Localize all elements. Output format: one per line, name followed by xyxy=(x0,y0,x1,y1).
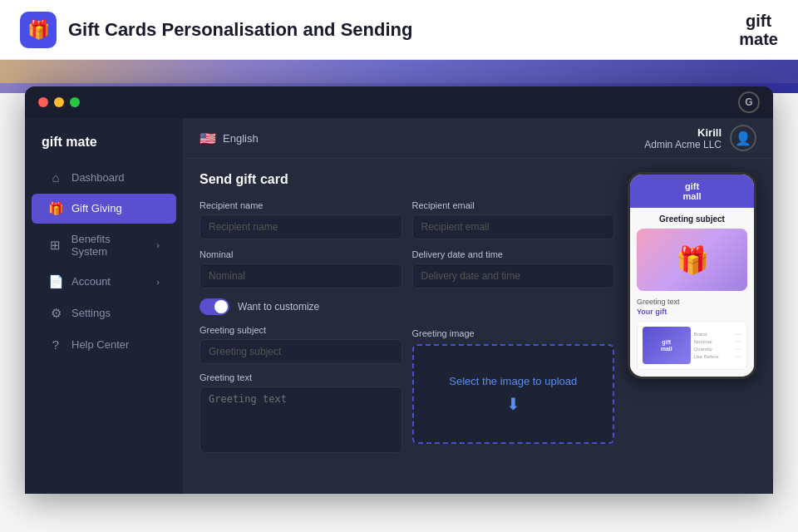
recipient-email-group: Recipient email xyxy=(412,200,615,239)
phone-card-area: gift mall Brand xyxy=(637,321,747,370)
recipient-name-label: Recipient name xyxy=(200,200,402,210)
gift-icon: 🎁 xyxy=(20,12,57,48)
delivery-date-input[interactable] xyxy=(412,264,615,288)
mobile-preview: gift mall Greeting subject 🎁 Greeting te… xyxy=(628,172,756,485)
recipient-name-group: Recipient name xyxy=(200,200,402,239)
greeting-left: Greeting subject Greeting text xyxy=(200,325,402,453)
greeting-image-label: Greeting image xyxy=(412,328,475,338)
greeting-text-input[interactable] xyxy=(200,387,402,453)
header-left: 🎁 Gift Cards Personalisation and Sending xyxy=(20,12,412,48)
greeting-subject-group: Greeting subject xyxy=(200,325,402,364)
user-info: Kirill Admin Acme LLC 👤 xyxy=(644,125,756,151)
sidebar-nav: ⌂ Dashboard 🎁 Gift Giving ⊞ Benefits Sys… xyxy=(25,163,183,359)
phone-header: gift mall xyxy=(630,175,754,208)
use-before-label: Use Before xyxy=(694,354,719,359)
upload-icon: ⬇ xyxy=(506,394,520,414)
phone-info-row: Use Before xyxy=(694,354,742,359)
nominal-value xyxy=(735,341,741,342)
language-label: English xyxy=(223,132,259,145)
flag-icon: 🇺🇸 xyxy=(200,131,216,146)
page-header: 🎁 Gift Cards Personalisation and Sending… xyxy=(0,0,798,60)
phone-body: Greeting subject 🎁 Greeting text Your gi… xyxy=(630,208,754,377)
toggle-row: Want to customize xyxy=(200,298,614,315)
sidebar-item-benefits-system[interactable]: ⊞ Benefits System › xyxy=(32,225,176,265)
chevron-right-icon: › xyxy=(156,240,160,250)
minimize-dot[interactable] xyxy=(54,97,64,107)
phone-image-area: 🎁 xyxy=(637,229,747,291)
recipient-email-label: Recipient email xyxy=(412,200,615,210)
phone-card-info: Brand Nominal Quantity xyxy=(694,327,742,364)
phone-greeting-text-label: Greeting text xyxy=(637,298,747,306)
quantity-value xyxy=(735,348,741,350)
sidebar-item-label: Account xyxy=(71,275,111,288)
delivery-date-group: Delivery date and time xyxy=(412,249,615,288)
greeting-text-group: Greeting text xyxy=(200,372,402,453)
nominal-input[interactable] xyxy=(200,264,402,288)
sidebar-item-label: Gift Giving xyxy=(71,202,122,214)
user-avatar[interactable]: 👤 xyxy=(730,125,756,151)
sidebar-item-settings[interactable]: ⚙ Settings xyxy=(32,298,176,328)
form-grid-middle: Nominal Delivery date and time xyxy=(200,249,614,288)
user-role: Admin Acme LLC xyxy=(644,139,722,150)
greeting-image-section: Greeting image Select the image to uploa… xyxy=(412,325,615,453)
giftmate-logo: gift mate xyxy=(739,12,778,48)
nominal-label: Nominal xyxy=(200,249,402,259)
greeting-subject-input[interactable] xyxy=(200,339,402,364)
window-controls xyxy=(38,97,80,107)
phone-card-logo: gift mall xyxy=(661,339,672,352)
nominal-group: Nominal xyxy=(200,249,402,288)
sidebar: gift mate ⌂ Dashboard 🎁 Gift Giving ⊞ Be… xyxy=(25,118,183,494)
image-upload-area[interactable]: Select the image to upload ⬇ xyxy=(412,344,615,444)
app-layout: gift mate ⌂ Dashboard 🎁 Gift Giving ⊞ Be… xyxy=(25,118,773,494)
account-icon: 📄 xyxy=(48,274,63,289)
gift-giving-icon: 🎁 xyxy=(48,201,63,216)
title-bar: G xyxy=(25,86,773,118)
sidebar-item-label: Benefits System xyxy=(71,233,149,258)
phone-info-row: Quantity xyxy=(694,347,742,352)
greeting-subject-label: Greeting subject xyxy=(200,325,402,335)
sidebar-item-label: Settings xyxy=(71,307,111,319)
window-g-icon: G xyxy=(738,91,760,113)
recipient-name-input[interactable] xyxy=(200,214,402,239)
close-dot[interactable] xyxy=(38,97,48,107)
main-content: 🇺🇸 English Kirill Admin Acme LLC 👤 xyxy=(183,118,773,494)
nominal-label: Nominal xyxy=(694,339,712,344)
language-selector[interactable]: 🇺🇸 English xyxy=(200,131,259,146)
customize-toggle[interactable] xyxy=(200,298,229,315)
phone-info-row: Nominal xyxy=(694,339,742,344)
phone-info-row: Brand xyxy=(694,332,742,337)
sidebar-logo: gift mate xyxy=(25,131,183,163)
chevron-right-icon: › xyxy=(156,277,160,287)
page-title: Gift Cards Personalisation and Sending xyxy=(68,19,412,41)
greeting-text-label: Greeting text xyxy=(200,372,402,382)
phone-logo: gift mall xyxy=(682,181,701,201)
sidebar-item-label: Dashboard xyxy=(71,171,125,184)
delivery-date-label: Delivery date and time xyxy=(412,249,615,259)
form-section: Send gift card Recipient name Recipient … xyxy=(200,172,614,485)
top-bar: 🇺🇸 English Kirill Admin Acme LLC 👤 xyxy=(183,118,773,159)
greeting-grid: Greeting subject Greeting text Greeting … xyxy=(200,325,614,453)
benefits-icon: ⊞ xyxy=(48,238,63,253)
app-window: G gift mate ⌂ Dashboard 🎁 Gift Giving ⊞ xyxy=(25,86,773,494)
toggle-label: Want to customize xyxy=(238,301,319,313)
brand-label: Brand xyxy=(694,332,707,337)
sidebar-item-dashboard[interactable]: ⌂ Dashboard xyxy=(32,163,176,192)
phone-your-gift: Your gift xyxy=(637,308,747,316)
form-title: Send gift card xyxy=(200,172,614,187)
sidebar-item-gift-giving[interactable]: 🎁 Gift Giving xyxy=(32,194,176,224)
maximize-dot[interactable] xyxy=(70,97,80,107)
upload-text: Select the image to upload xyxy=(449,375,577,387)
form-grid-top: Recipient name Recipient email xyxy=(200,200,614,239)
phone-card-left: gift mall xyxy=(643,327,691,364)
sidebar-item-help-center[interactable]: ? Help Center xyxy=(32,330,176,359)
use-before-value xyxy=(735,356,741,357)
recipient-email-input[interactable] xyxy=(412,214,615,239)
brand-value xyxy=(735,333,741,335)
sidebar-item-label: Help Center xyxy=(71,338,129,351)
phone-card-row: gift mall Brand xyxy=(643,327,741,364)
sidebar-item-account[interactable]: 📄 Account › xyxy=(32,267,176,297)
quantity-label: Quantity xyxy=(694,347,712,352)
dashboard-icon: ⌂ xyxy=(48,170,63,185)
settings-icon: ⚙ xyxy=(48,306,63,321)
form-area: Send gift card Recipient name Recipient … xyxy=(183,159,773,494)
